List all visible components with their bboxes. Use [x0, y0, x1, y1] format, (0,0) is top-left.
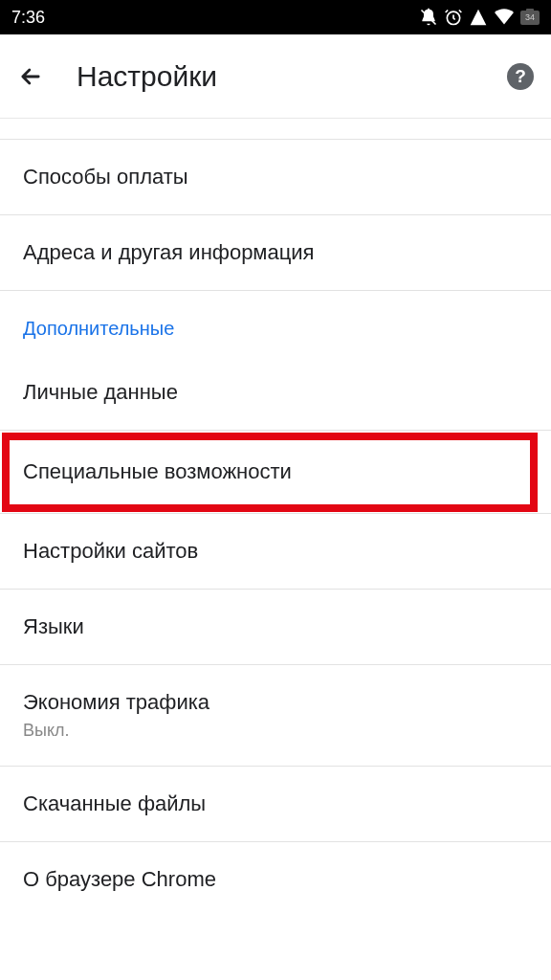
row-languages[interactable]: Языки — [0, 590, 551, 665]
row-payment-methods[interactable]: Способы оплаты — [0, 140, 551, 215]
row-addresses[interactable]: Адреса и другая информация — [0, 215, 551, 291]
row-label: Скачанные файлы — [23, 791, 528, 816]
row-accessibility[interactable]: Специальные возможности — [0, 431, 551, 514]
settings-list: Способы оплаты Адреса и другая информаци… — [0, 119, 551, 917]
row-sublabel: Выкл. — [23, 721, 528, 741]
row-label: О браузере Chrome — [23, 867, 528, 892]
row-label: Адреса и другая информация — [23, 240, 528, 265]
row-label: Способы оплаты — [23, 165, 528, 189]
row-site-settings[interactable]: Настройки сайтов — [0, 514, 551, 590]
signal-icon — [469, 8, 488, 27]
section-header-additional: Дополнительные — [0, 291, 551, 355]
status-icons: 34 — [419, 8, 540, 27]
bell-off-icon — [419, 8, 438, 27]
highlight-accessibility: Специальные возможности — [0, 431, 551, 514]
help-icon: ? — [515, 66, 526, 87]
row-label: Экономия трафика — [23, 690, 528, 715]
partial-row-top — [0, 119, 551, 140]
row-data-saver[interactable]: Экономия трафика Выкл. — [0, 665, 551, 767]
row-personal-data[interactable]: Личные данные — [0, 355, 551, 431]
status-time: 7:36 — [11, 8, 45, 28]
row-label: Языки — [23, 614, 528, 639]
status-bar: 7:36 34 — [0, 0, 551, 34]
app-bar: Настройки ? — [0, 34, 551, 119]
wifi-icon — [494, 8, 515, 27]
row-label: Специальные возможности — [23, 459, 528, 484]
row-label: Настройки сайтов — [23, 539, 528, 564]
battery-icon: 34 — [520, 11, 540, 25]
row-label: Личные данные — [23, 380, 528, 405]
row-about-chrome[interactable]: О браузере Chrome — [0, 842, 551, 917]
help-button[interactable]: ? — [507, 63, 534, 90]
row-downloads[interactable]: Скачанные файлы — [0, 767, 551, 842]
alarm-icon — [444, 8, 463, 27]
back-button[interactable] — [17, 63, 44, 90]
page-title: Настройки — [77, 60, 507, 93]
